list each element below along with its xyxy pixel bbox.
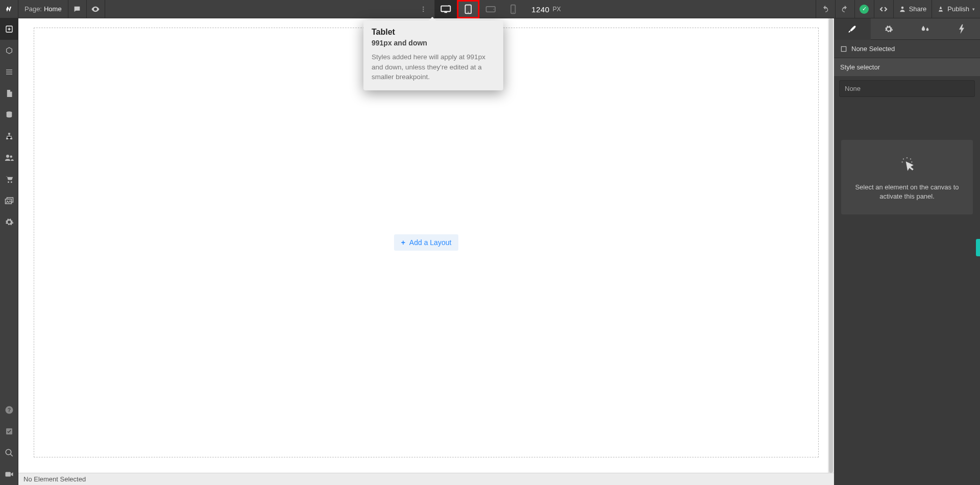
style-manager-tab[interactable] <box>907 18 944 40</box>
viewport-tablet-button[interactable] <box>457 0 479 18</box>
status-button[interactable]: ✓ <box>854 0 874 18</box>
brush-icon <box>847 25 857 34</box>
navigator-button[interactable] <box>0 61 18 83</box>
viewport-desktop-button[interactable] <box>434 0 457 18</box>
check-circle-icon: ✓ <box>860 5 869 14</box>
svg-rect-20 <box>10 138 12 139</box>
square-outline-icon <box>840 45 847 53</box>
eye-icon <box>91 5 100 14</box>
svg-point-35 <box>903 158 904 159</box>
viewport-options-button[interactable] <box>412 0 434 18</box>
svg-point-38 <box>911 161 912 162</box>
svg-rect-19 <box>6 138 8 139</box>
redo-button[interactable] <box>835 0 854 18</box>
svg-rect-4 <box>445 12 447 13</box>
plus-box-icon <box>5 25 13 33</box>
preview-button[interactable] <box>87 0 105 18</box>
undo-button[interactable] <box>816 0 835 18</box>
gear-icon <box>884 25 893 34</box>
tooltip-subtitle: 991px and down <box>372 39 495 47</box>
search-button[interactable] <box>0 442 18 464</box>
svg-point-12 <box>901 6 903 9</box>
comments-button[interactable] <box>68 0 87 18</box>
share-button[interactable]: Share <box>893 0 932 18</box>
search-icon <box>5 448 14 457</box>
svg-point-37 <box>902 161 903 162</box>
viewport-mobile-portrait-button[interactable] <box>502 0 524 18</box>
svg-point-0 <box>423 7 424 8</box>
canvas-width-value: 1240 <box>531 5 549 14</box>
pages-button[interactable] <box>0 83 18 104</box>
svg-text:?: ? <box>8 407 11 413</box>
webflow-logo-icon <box>4 4 14 14</box>
audit-button[interactable] <box>0 421 18 442</box>
interactions-tab[interactable] <box>944 18 981 40</box>
mobile-portrait-icon <box>510 4 516 14</box>
video-icon <box>5 471 14 478</box>
undo-icon <box>821 5 829 13</box>
svg-point-22 <box>10 156 13 158</box>
none-selected-label: None Selected <box>851 45 895 53</box>
svg-point-2 <box>423 11 424 12</box>
mobile-landscape-icon <box>485 6 496 13</box>
redo-icon <box>841 5 849 13</box>
tooltip-body: Styles added here will apply at 991px an… <box>372 52 495 82</box>
top-left-group: Page: Home <box>0 0 105 18</box>
left-sidebar: ? <box>0 18 18 485</box>
chevron-down-icon: ▾ <box>972 7 975 12</box>
ecommerce-structure-button[interactable] <box>0 126 18 147</box>
empty-state-text: Select an element on the canvas to activ… <box>851 183 963 201</box>
style-tab[interactable] <box>834 18 871 40</box>
panel-collapse-handle[interactable] <box>976 239 980 256</box>
rocket-icon <box>937 6 944 13</box>
empty-state-card: Select an element on the canvas to activ… <box>841 140 973 214</box>
vertical-scrollbar[interactable] <box>828 18 834 473</box>
help-button[interactable]: ? <box>0 399 18 421</box>
style-selector-input[interactable]: None <box>839 80 975 97</box>
element-settings-tab[interactable] <box>871 18 908 40</box>
ecommerce-cart-button[interactable] <box>0 168 18 190</box>
assets-button[interactable] <box>0 190 18 211</box>
sitemap-icon <box>5 132 13 140</box>
settings-button[interactable] <box>0 211 18 233</box>
style-selector-placeholder: None <box>845 85 861 92</box>
symbols-button[interactable] <box>0 40 18 61</box>
svg-point-24 <box>11 181 12 183</box>
svg-rect-32 <box>6 472 11 477</box>
tooltip-title: Tablet <box>372 28 495 37</box>
video-tutorial-button[interactable] <box>0 464 18 485</box>
viewport-mobile-landscape-button[interactable] <box>479 0 502 18</box>
publish-button[interactable]: Publish ▾ <box>932 0 980 18</box>
images-icon <box>5 197 14 205</box>
breakpoint-tooltip: Tablet 991px and down Styles added here … <box>363 20 503 90</box>
add-layout-button[interactable]: + Add a Layout <box>394 234 459 251</box>
page-label: Page: <box>24 5 42 13</box>
lightning-icon <box>958 24 965 34</box>
cms-button[interactable] <box>0 104 18 126</box>
plus-icon: + <box>401 238 405 247</box>
svg-point-9 <box>494 9 495 10</box>
cart-icon <box>5 175 14 183</box>
users-button[interactable] <box>0 147 18 168</box>
people-icon <box>5 154 14 161</box>
svg-point-11 <box>512 12 513 13</box>
viewport-switcher: 1240 PX <box>412 0 568 18</box>
canvas-width-readout[interactable]: 1240 PX <box>524 0 568 18</box>
webflow-logo-button[interactable] <box>0 0 18 18</box>
page-selector[interactable]: Page: Home <box>18 0 68 18</box>
svg-point-1 <box>423 9 424 10</box>
canvas-body-element[interactable]: + Add a Layout <box>34 28 819 457</box>
gear-icon <box>5 217 14 227</box>
scrollbar-thumb[interactable] <box>829 18 833 473</box>
help-icon: ? <box>5 405 14 415</box>
list-icon <box>5 68 13 76</box>
export-code-button[interactable] <box>874 0 893 18</box>
svg-rect-18 <box>8 133 10 134</box>
svg-point-7 <box>468 12 469 13</box>
share-label: Share <box>909 5 927 13</box>
publish-label: Publish <box>947 5 969 13</box>
svg-point-23 <box>8 181 9 183</box>
svg-rect-15 <box>6 71 12 72</box>
add-elements-button[interactable] <box>0 18 18 40</box>
selector-heading-row: None Selected <box>834 40 980 58</box>
